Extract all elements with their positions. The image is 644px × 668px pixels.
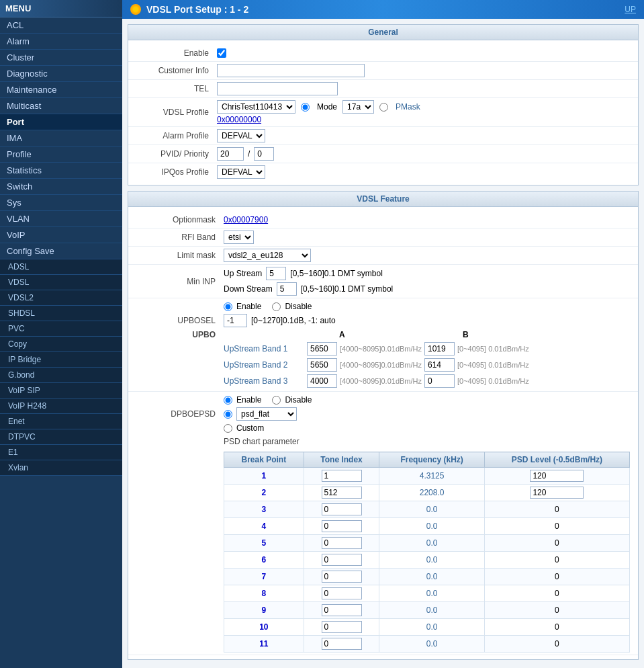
tone-input[interactable] (322, 621, 362, 633)
mode-radio[interactable] (301, 103, 310, 112)
customer-info-control (217, 64, 630, 77)
tel-input[interactable] (217, 82, 338, 95)
sidebar-item-config-save[interactable]: Config Save (0, 243, 122, 259)
tone-input[interactable] (322, 503, 362, 515)
bp-cell: 6 (224, 552, 304, 569)
upbo-col-a: A (339, 330, 460, 339)
enable-checkbox[interactable] (217, 48, 226, 58)
optionmask-link[interactable]: 0x00000000 (217, 115, 261, 124)
tone-input[interactable] (322, 571, 362, 583)
upstream-range: [0,5~160]0.1 DMT symbol (290, 269, 383, 278)
upbo-band1-label: UpStream Band 1 (224, 344, 304, 353)
psd-table: Break Point Tone Index Frequency (kHz) P… (224, 452, 630, 653)
alarm-profile-select[interactable]: DEFVAL (217, 129, 265, 142)
sidebar-item-voip-sip[interactable]: VoIP SIP (0, 383, 122, 399)
band1-b-input[interactable] (424, 342, 455, 356)
sidebar-item-sys[interactable]: Sys (0, 195, 122, 211)
sidebar-item-ima[interactable]: IMA (0, 130, 122, 147)
up-link[interactable]: UP (625, 5, 636, 14)
sidebar-item-maintenance[interactable]: Maintenance (0, 82, 122, 98)
sidebar-item-acl[interactable]: ACL (0, 17, 122, 34)
dpbo-enable-label: Enable (224, 395, 261, 405)
customer-info-input[interactable] (217, 64, 365, 77)
ipqos-select[interactable]: DEFVAL (217, 165, 265, 179)
tone-input[interactable] (322, 604, 362, 616)
upbo-enable-radio[interactable] (224, 302, 232, 311)
sidebar-item-ip-bridge[interactable]: IP Bridge (0, 352, 122, 368)
custom-radio[interactable] (224, 424, 232, 433)
general-header: General (128, 25, 638, 40)
dpbo-disable-radio[interactable] (272, 396, 281, 405)
sidebar-item-diagnostic[interactable]: Diagnostic (0, 66, 122, 82)
sidebar-item-switch[interactable]: Switch (0, 179, 122, 195)
table-row: 22208.0 (224, 485, 630, 501)
sidebar-item-profile[interactable]: Profile (0, 147, 122, 163)
upstream-input[interactable] (266, 267, 286, 280)
sidebar-item-voip[interactable]: VoIP (0, 227, 122, 243)
sidebar-item-vdsl[interactable]: VDSL (0, 275, 122, 290)
band3-b-input[interactable] (424, 374, 455, 388)
bp-cell: 5 (224, 535, 304, 552)
psd-input[interactable] (530, 470, 584, 482)
optionmask-feature-link[interactable]: 0x00007900 (224, 215, 268, 224)
priority-input[interactable] (254, 147, 274, 161)
dpbo-disable-label: Disable (272, 395, 312, 405)
bp-cell: 2 (224, 485, 304, 501)
psd-table-head: Break Point Tone Index Frequency (kHz) P… (224, 452, 630, 468)
limit-mask-select[interactable]: vdsl2_a_eu128 (224, 249, 311, 262)
rfi-band-select[interactable]: etsi (224, 231, 254, 244)
tone-input[interactable] (322, 554, 362, 566)
rfi-band-label: RFI Band (136, 233, 224, 242)
downstream-input[interactable] (277, 282, 297, 296)
upbo-col-b: B (463, 330, 469, 339)
tone-input[interactable] (322, 638, 362, 650)
sidebar-item-voip-h248[interactable]: VoIP H248 (0, 399, 122, 414)
upbo-disable-radio[interactable] (272, 302, 281, 311)
vdsl-profile-row: VDSL Profile ChrisTest110413 Mode 17a (128, 98, 638, 127)
bp-cell: 1 (224, 468, 304, 485)
sidebar-item-xvlan[interactable]: Xvlan (0, 460, 122, 476)
sidebar-item-cluster[interactable]: Cluster (0, 50, 122, 66)
vdsl-feature-header: VDSL Feature (128, 192, 638, 207)
sidebar-item-dtpvc[interactable]: DTPVC (0, 429, 122, 445)
vdsl-profile-select[interactable]: ChrisTest110413 (217, 100, 295, 114)
upbo-band1-row: UpStream Band 1 [4000~8095]0.01dBm/Hz [0… (136, 341, 630, 357)
band3-a-input[interactable] (307, 374, 337, 388)
tone-input[interactable] (322, 470, 362, 482)
sidebar-item-alarm[interactable]: Alarm (0, 34, 122, 50)
sidebar-item-gbond[interactable]: G.bond (0, 368, 122, 383)
sidebar-item-vdsl2[interactable]: VDSL2 (0, 290, 122, 306)
tone-input[interactable] (322, 537, 362, 549)
band1-a-input[interactable] (307, 342, 337, 356)
min-inp-label: Min INP (136, 277, 224, 286)
pmask-label: PMask (396, 102, 420, 112)
upbosel-input[interactable] (224, 314, 247, 327)
upbo-enable-label: Enable (224, 302, 261, 311)
dpboepsd-section: Enable Disable DPBOEPSD psd (128, 392, 638, 655)
dpbo-enable-radio[interactable] (224, 396, 232, 405)
sidebar-item-e1[interactable]: E1 (0, 445, 122, 460)
tone-input[interactable] (322, 587, 362, 599)
sidebar-item-shdsl[interactable]: SHDSL (0, 306, 122, 321)
sidebar-item-multicast[interactable]: Multicast (0, 98, 122, 114)
mode-select[interactable]: 17a (342, 100, 374, 114)
band2-a-input[interactable] (307, 358, 337, 372)
psd-input[interactable] (530, 487, 584, 499)
sidebar-item-statistics[interactable]: Statistics (0, 163, 122, 179)
sidebar-item-pvc[interactable]: PVC (0, 321, 122, 337)
pvid-input[interactable] (217, 147, 244, 161)
tone-input[interactable] (322, 520, 362, 532)
psd-type-select[interactable]: psd_flat (236, 407, 297, 421)
sidebar-item-vlan[interactable]: VLAN (0, 211, 122, 227)
freq-cell: 2208.0 (379, 485, 485, 501)
sidebar-item-port[interactable]: Port (0, 114, 122, 130)
psd-flat-radio[interactable] (224, 410, 232, 419)
bp-cell: 8 (224, 585, 304, 602)
bp-cell: 10 (224, 619, 304, 636)
sidebar-item-enet[interactable]: Enet (0, 414, 122, 429)
tone-input[interactable] (322, 487, 362, 499)
sidebar-item-copy[interactable]: Copy (0, 337, 122, 352)
band2-b-input[interactable] (424, 358, 455, 372)
sidebar-item-adsl[interactable]: ADSL (0, 259, 122, 275)
pmask-radio[interactable] (379, 103, 388, 112)
